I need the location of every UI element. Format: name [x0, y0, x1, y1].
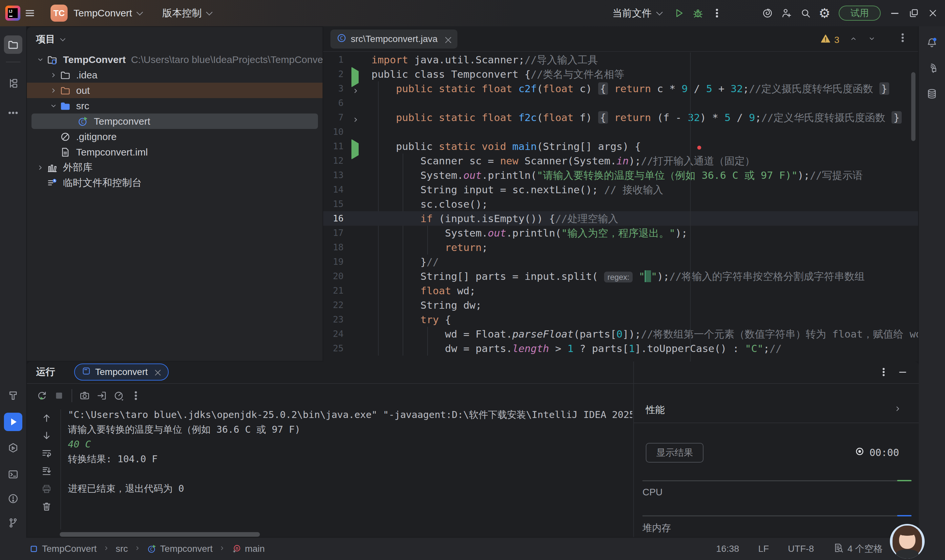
- line-number[interactable]: 25: [323, 341, 343, 355]
- code-line-1[interactable]: 1import java.util.Scanner;//导入输入工具: [323, 52, 918, 67]
- caret-position[interactable]: 16:38: [716, 544, 739, 554]
- chevron-down-icon[interactable]: [48, 100, 59, 112]
- show-results-button[interactable]: 显示结果: [646, 443, 703, 463]
- tab-options-icon[interactable]: [897, 32, 910, 45]
- notifications-bell-icon[interactable]: [923, 34, 941, 52]
- line-number[interactable]: 15: [323, 197, 343, 211]
- breadcrumb-main[interactable]: mmain: [232, 544, 265, 554]
- rerun-button[interactable]: [34, 387, 51, 404]
- line-number[interactable]: 24: [323, 327, 343, 341]
- build-tool-button[interactable]: [4, 386, 22, 405]
- run-gutter-icon[interactable]: [351, 70, 361, 79]
- line-number[interactable]: 13: [323, 168, 343, 182]
- camera-button[interactable]: [76, 387, 93, 404]
- line-number[interactable]: 11: [323, 139, 343, 154]
- project-badge[interactable]: TC: [51, 5, 68, 22]
- terminal-tool-button[interactable]: [4, 465, 22, 483]
- soft-wrap-button[interactable]: [38, 445, 55, 462]
- code-line-15[interactable]: 15 sc.close();: [323, 197, 918, 211]
- window-restore-button[interactable]: [904, 4, 923, 23]
- code-line-10[interactable]: 10: [323, 125, 918, 139]
- editor-area[interactable]: C src\Tempconvert.java 1import java.util…: [323, 26, 918, 362]
- project-panel-header[interactable]: 项目: [27, 27, 323, 52]
- trial-button[interactable]: 试用: [839, 6, 881, 21]
- line-number[interactable]: 19: [323, 255, 343, 269]
- code-line-20[interactable]: 20 String[] parts = input.split( regex: …: [323, 269, 918, 283]
- code-line-17[interactable]: 17 System.out.println("输入为空，程序退出。");: [323, 226, 918, 240]
- chevron-down-icon[interactable]: [868, 34, 876, 45]
- line-number[interactable]: 17: [323, 226, 343, 240]
- gauge-button[interactable]: [110, 387, 127, 404]
- line-number[interactable]: 23: [323, 312, 343, 327]
- ai-chat-tool-button[interactable]: [923, 59, 941, 77]
- run-gutter-icon[interactable]: [351, 142, 361, 151]
- clear-button[interactable]: [38, 498, 55, 515]
- project-tool-button[interactable]: [4, 35, 22, 54]
- line-number[interactable]: 20: [323, 269, 343, 283]
- line-number[interactable]: 22: [323, 298, 343, 312]
- tree-item--[interactable]: 临时文件和控制台: [27, 175, 323, 191]
- user-avatar[interactable]: [890, 524, 925, 559]
- problems-tool-button[interactable]: [4, 489, 22, 508]
- line-number[interactable]: 10: [323, 125, 343, 139]
- tree-item--gitignore[interactable]: .gitignore: [27, 129, 323, 145]
- commit-tool-button[interactable]: [4, 74, 22, 92]
- run-config-selector[interactable]: 当前文件: [612, 6, 652, 20]
- arrow-down-button[interactable]: [38, 427, 55, 444]
- editor-scrollbar[interactable]: [911, 72, 916, 141]
- more-tools-button[interactable]: [4, 104, 22, 122]
- fold-gutter-icon[interactable]: [351, 84, 361, 94]
- tree-item--idea[interactable]: .idea: [27, 67, 323, 83]
- tree-item-src[interactable]: src: [27, 98, 323, 114]
- console-output[interactable]: "C:\Users\taro blue\.jdks\openjdk-25.0.2…: [68, 408, 632, 532]
- add-user-icon[interactable]: [777, 4, 796, 23]
- line-ending[interactable]: LF: [758, 544, 769, 554]
- chevron-right-icon[interactable]: [48, 69, 59, 81]
- code-line-2[interactable]: 2public class Tempconvert {//类名与文件名相等: [323, 67, 918, 82]
- fold-gutter-icon[interactable]: [351, 113, 361, 122]
- code-line-21[interactable]: 21 float wd;: [323, 283, 918, 298]
- breadcrumb-src[interactable]: src: [116, 544, 128, 554]
- code-line-3[interactable]: 3 public static float c2f(float c) { ret…: [323, 82, 918, 96]
- chevron-right-icon[interactable]: [48, 85, 59, 96]
- line-number[interactable]: 18: [323, 240, 343, 255]
- line-number[interactable]: 14: [323, 182, 343, 197]
- console-horizontal-scrollbar[interactable]: [60, 532, 260, 537]
- code-editor[interactable]: 1import java.util.Scanner;//导入输入工具2publi…: [323, 52, 918, 362]
- scroll-end-button[interactable]: [38, 463, 55, 480]
- window-close-button[interactable]: [923, 4, 942, 23]
- file-encoding[interactable]: UTF-8: [788, 544, 814, 554]
- vcs-menu[interactable]: 版本控制: [162, 6, 202, 20]
- git-tool-button[interactable]: [4, 514, 22, 532]
- line-number[interactable]: 6: [323, 96, 343, 110]
- tree-item-out[interactable]: out: [27, 83, 323, 98]
- line-number[interactable]: 3: [323, 82, 343, 96]
- code-line-11[interactable]: 11 public static void main(String[] args…: [323, 139, 918, 154]
- run-config-tab[interactable]: Tempconvert: [74, 363, 169, 380]
- editor-tab[interactable]: C src\Tempconvert.java: [331, 29, 457, 49]
- chevron-right-icon[interactable]: [893, 404, 902, 415]
- code-line-14[interactable]: 14 String input = sc.nextLine(); // 接收输入: [323, 182, 918, 197]
- database-tool-button[interactable]: [923, 85, 941, 103]
- settings-gear-icon[interactable]: ⚙: [815, 4, 834, 23]
- line-number[interactable]: 21: [323, 283, 343, 298]
- search-icon[interactable]: [796, 4, 815, 23]
- exit-button[interactable]: [93, 387, 110, 404]
- code-line-24[interactable]: 24 wd = Float.parseFloat(parts[0]);//将数组…: [323, 327, 918, 341]
- run-button[interactable]: [670, 4, 688, 23]
- chevron-up-icon[interactable]: [849, 34, 858, 45]
- line-number[interactable]: 1: [323, 52, 343, 67]
- close-tab-icon[interactable]: [153, 368, 162, 376]
- more-v-button[interactable]: [127, 387, 145, 404]
- code-line-22[interactable]: 22 String dw;: [323, 298, 918, 312]
- close-tab-icon[interactable]: [443, 35, 451, 43]
- stop-button[interactable]: [51, 387, 68, 404]
- run-tool-button[interactable]: [4, 413, 22, 431]
- line-number[interactable]: 2: [323, 67, 343, 82]
- code-line-6[interactable]: 6: [323, 96, 918, 110]
- tree-item--[interactable]: 外部库: [27, 160, 323, 175]
- arrow-up-button[interactable]: [38, 409, 55, 426]
- tree-item-tempconvert-iml[interactable]: Tempconvert.iml: [27, 145, 323, 160]
- ai-assistant-icon[interactable]: [758, 4, 777, 23]
- project-name-menu[interactable]: TempConvert: [74, 8, 132, 19]
